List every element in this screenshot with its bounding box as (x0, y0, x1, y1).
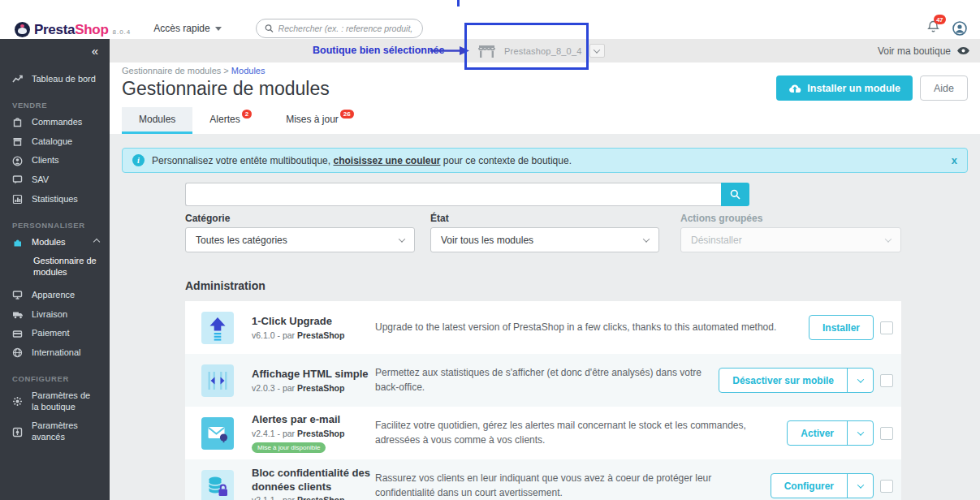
mail-alert-icon (201, 417, 234, 450)
module-search (185, 183, 749, 206)
sidebar-item-catalogue[interactable]: Catalogue (0, 132, 110, 152)
module-info: Bloc confidentialité des données clients… (252, 467, 375, 500)
module-title: Bloc confidentialité des données clients (252, 467, 375, 494)
sidebar-item-sav[interactable]: SAV (0, 170, 110, 190)
page-title: Gestionnaire de modules (122, 78, 330, 100)
enable-button[interactable]: Activer (787, 420, 874, 446)
action-dropdown-toggle[interactable] (847, 369, 873, 392)
sidebar-item-dashboard[interactable]: Tableau de bord (0, 70, 110, 89)
annotation-tick (457, 0, 460, 6)
stats-icon (12, 194, 24, 205)
global-search-input[interactable] (278, 24, 414, 33)
version-label: 8.0.4 (112, 28, 131, 36)
banner-close-icon[interactable]: x (952, 154, 957, 166)
updates-count-badge: 26 (340, 110, 354, 119)
sidebar-item-paiement[interactable]: Paiement (0, 324, 110, 343)
chevron-down-icon (857, 481, 863, 488)
state-select[interactable]: Voir tous les modules (430, 227, 659, 252)
shop-selector[interactable]: Prestashop_8_0_4 (477, 39, 605, 62)
notification-count-badge: 47 (934, 15, 946, 24)
help-button[interactable]: Aide (920, 75, 968, 101)
module-checkbox[interactable] (880, 374, 893, 387)
tab-mises-a-jour[interactable]: Mises à jour26 (269, 107, 371, 134)
module-checkbox[interactable] (880, 427, 893, 440)
breadcrumb: Gestionnaire de modules > Modules (122, 66, 265, 75)
sidebar-item-parametres-boutique[interactable]: Paramètres de la boutique (0, 386, 110, 417)
module-description: Upgrade to the latest version of PrestaS… (375, 321, 809, 334)
bulk-actions-select: Désinstaller (680, 227, 901, 252)
breadcrumb-current[interactable]: Modules (231, 66, 266, 75)
module-search-button[interactable] (721, 183, 749, 206)
sidebar-item-modules[interactable]: Modules (0, 233, 110, 252)
module-row-1-click-upgrade: 1-Click Upgrade v6.1.0 - par PrestaShop … (185, 301, 901, 354)
globe-icon (12, 347, 24, 358)
shop-dropdown-toggle[interactable] (589, 44, 605, 58)
sidebar-item-international[interactable]: International (0, 343, 110, 363)
choose-color-link[interactable]: choisissez une couleur (333, 155, 440, 166)
module-checkbox[interactable] (880, 321, 893, 334)
eye-icon (956, 46, 970, 55)
chevron-down-icon (885, 235, 891, 242)
disable-mobile-button[interactable]: Désactiver sur mobile (719, 368, 874, 393)
header-actions: Installer un module Aide (776, 75, 968, 101)
module-version: v2.4.1 - par PrestaShop (252, 429, 375, 438)
appearance-monitor-icon (12, 290, 24, 300)
install-button[interactable]: Installer (809, 315, 874, 340)
global-search[interactable] (256, 19, 423, 38)
alertes-count-badge: 2 (242, 110, 252, 119)
module-version: v2.0.3 - par PrestaShop (252, 383, 375, 393)
sidebar-item-commandes[interactable]: Commandes (0, 113, 110, 132)
view-my-shop-link[interactable]: Voir ma boutique (878, 39, 970, 62)
sidebar-item-clients[interactable]: Clients (0, 151, 110, 170)
annotation-text: Boutique bien sélectionnée (313, 45, 445, 56)
notifications-bell[interactable]: 47 (927, 20, 939, 37)
data-privacy-icon (201, 470, 234, 500)
state-filter-label: État (430, 213, 449, 224)
module-description: Permettez aux statistiques de s'afficher… (375, 366, 719, 394)
sidebar: « Tableau de bord VENDRE Commandes Catal… (0, 39, 110, 500)
sidebar-item-gestionnaire-de-modules[interactable]: Gestionnaire de modules (0, 252, 110, 282)
chevron-down-icon (643, 235, 650, 242)
module-row-affichage-html: Affichage HTML simple v2.0.3 - par Prest… (185, 354, 901, 407)
profile-avatar[interactable] (952, 21, 967, 36)
sidebar-section-configurer: CONFIGURER (0, 363, 110, 386)
module-title: Affichage HTML simple (252, 368, 375, 381)
chevron-down-icon (594, 46, 600, 53)
top-margin (0, 0, 980, 18)
action-dropdown-toggle[interactable] (847, 421, 873, 445)
sidebar-item-parametres-avances[interactable]: Paramètres avancés (0, 416, 110, 447)
module-actions: Désactiver sur mobile (719, 368, 893, 393)
quick-access-menu[interactable]: Accès rapide (153, 23, 221, 34)
module-version: v6.1.0 - par PrestaShop (252, 330, 375, 340)
caret-down-icon (215, 27, 222, 31)
content-area: i Personnalisez votre entête multiboutiq… (110, 134, 980, 500)
upload-cloud-icon (788, 84, 801, 93)
breadcrumb-parent: Gestionnaire de modules (122, 66, 221, 75)
sidebar-item-apparence[interactable]: Apparence (0, 286, 110, 305)
shipping-truck-icon (12, 309, 24, 320)
shop-context-bar: Boutique bien sélectionnée Prestashop_8_… (110, 39, 980, 62)
customers-icon (12, 156, 24, 166)
sidebar-item-statistiques[interactable]: Statistiques (0, 190, 110, 209)
category-section-title: Administration (185, 279, 266, 292)
module-version: v2.1.1 - par PrestaShop (252, 495, 375, 500)
brand-text: PrestaShop (34, 22, 108, 38)
configure-button[interactable]: Configurer (771, 473, 874, 498)
module-description: Facilitez votre quotidien, gérez les ale… (375, 419, 787, 447)
chevron-up-icon (93, 239, 100, 245)
module-row-bloc-confidentialite: Bloc confidentialité des données clients… (185, 459, 901, 500)
search-icon (730, 189, 740, 200)
prestashop-logo[interactable]: PrestaShop 8.0.4 (15, 19, 131, 38)
action-dropdown-toggle[interactable] (847, 474, 873, 498)
module-checkbox[interactable] (880, 480, 893, 493)
sidebar-collapse-button[interactable]: « (0, 39, 110, 62)
module-info: 1-Click Upgrade v6.1.0 - par PrestaShop (252, 315, 375, 339)
search-icon (265, 24, 274, 33)
sidebar-section-personnaliser: PERSONNALISER (0, 209, 110, 233)
install-module-button[interactable]: Installer un module (776, 75, 913, 101)
tab-alertes[interactable]: Alertes2 (192, 107, 269, 134)
sidebar-item-livraison[interactable]: Livraison (0, 305, 110, 325)
tab-modules[interactable]: Modules (122, 107, 192, 134)
category-select[interactable]: Toutes les catégories (185, 227, 415, 252)
module-search-input[interactable] (185, 183, 721, 206)
